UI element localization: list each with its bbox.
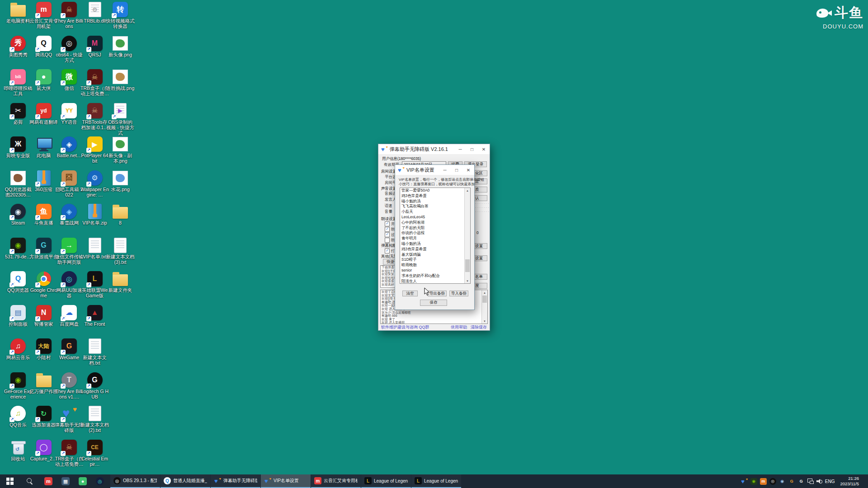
vip-name-row[interactable]: 青年明月 [400,236,470,241]
scroll-up-icon[interactable]: ▲ [482,290,487,295]
vip-close-icon[interactable]: ✕ [462,165,474,175]
desktop-icon[interactable]: 转↗快转视频格式转换器 [108,2,133,29]
vip-name-list[interactable]: 管家—爱缪50A0鸡3色常是希蛋喵小魁的汤飞飞高欢喝白茶小磊天LeoLeoLeo… [400,188,471,284]
desktop-icon[interactable]: 新建文本文档(2).txt [82,406,108,433]
import-backup-button[interactable]: 导入备份 [449,291,468,296]
desktop-icon[interactable]: ↺回收站 [5,440,31,461]
desktop-icon[interactable]: 大陆↗小陆村 [31,338,57,360]
desktop-icon[interactable]: 新建文本文档(3).txt [108,238,133,265]
desktop-icon[interactable]: →↗微信文件传输助手网页版 [57,238,82,265]
vip-name-row[interactable]: 鸡3色常是希蛋 [400,247,470,252]
desktop-icon[interactable]: 新建文本文档.txt [82,338,108,366]
taskbar-clock[interactable]: 21:26 2023/11/5 [837,476,862,487]
save-button[interactable]: 保存 [420,300,447,306]
pinned-shudaxia-button[interactable]: ● [74,474,91,488]
vip-titlebar[interactable]: ♥♥ VIP名单设置 ─ □ ✕ [395,165,474,175]
qq-group-link[interactable]: 软件维护建设与咨询 QQ群 [381,324,429,330]
taskbar-app-lol[interactable]: LLeague of Legends [361,474,411,488]
desktop-icon[interactable]: 新头像 - 副本.png [108,136,133,164]
vip-name-row[interactable]: 管家—爱缪50A0 [400,188,470,193]
desktop-icon[interactable]: YY↗YY语音 [57,103,82,125]
vip-name-row[interactable]: 暗雨晚散 [400,263,470,268]
desktop-icon[interactable]: 此电脑 [31,136,57,158]
vip-name-row[interactable]: 飞飞高欢喝白茶 [400,204,470,209]
desktop-icon[interactable]: m↗云音汇艾肯专用机架 [31,2,57,29]
vip-scroll-up-icon[interactable]: ▲ [465,188,470,193]
desktop-icon[interactable]: M↗QRSJ [82,36,108,57]
desktop-icon[interactable]: N↗智播管家 [31,305,57,327]
close-icon[interactable]: ✕ [478,144,490,154]
minimize-icon[interactable]: ─ [454,144,466,154]
desktop-icon[interactable]: CE↗Celestial Empir… [82,440,108,467]
desktop-icon[interactable]: ☠↗TRB盒子（自动上塔免费… [82,69,108,96]
export-backup-button[interactable]: 导出备份 [428,291,447,296]
tray-danmaku-heart-icon[interactable]: ♥♥ [741,478,748,485]
taskbar-app-yunyinhui[interactable]: m云音汇艾肯专用机架 [311,474,361,488]
desktop-icon[interactable]: 连胜挑战.png [108,69,133,91]
desktop-icon[interactable]: ↗360压缩 [31,170,57,192]
desktop-icon[interactable]: 新建文件夹 [108,271,133,293]
vip-scroll-thumb[interactable] [465,259,470,272]
desktop-icon[interactable]: ⚙↗Wallpaper Engine: … [82,170,108,197]
desktop-icon[interactable]: 秀↗美图秀秀 [5,36,31,57]
desktop-icon[interactable]: ▲↗The Front [82,305,108,327]
vip-maximize-icon[interactable]: □ [451,165,462,175]
vip-name-row[interactable]: 你说的小远报 [400,230,470,236]
vip-name-row[interactable]: 鸡3色常是希蛋 [400,193,470,199]
log-scrollbar[interactable]: ▲ ▼ [481,290,487,324]
desktop-icon[interactable]: 新头像.png [108,36,133,57]
desktop-icon[interactable]: G↗方块游戏平台 [31,238,57,259]
desktop-icon[interactable]: ▶↗PotPlayer 64 bit [82,136,108,164]
vip-name-row[interactable]: 小磊天 [400,209,470,215]
vip-name-row[interactable]: 陌濡生人 [400,279,470,284]
desktop-icon[interactable]: ◉↗GeForce Experience [5,372,31,399]
desktop-icon[interactable]: 鱼↗斗鱼直播 [31,204,57,225]
tray-geforce-icon[interactable]: G [788,478,795,485]
tray-yunyinhui-icon[interactable]: m [760,478,767,485]
language-indicator[interactable]: ENG [825,479,835,484]
vip-name-row[interactable]: LeoLeoLeo45 [400,215,470,220]
desktop-icon[interactable]: bili↗哔哩哔哩投稿工具 [5,69,31,96]
desktop-icon[interactable]: ◈↗Battle.net… [57,136,82,158]
desktop-icon[interactable]: 微↗微信 [57,69,82,91]
desktop-icon[interactable]: QQ浏览器截图202305… [5,170,31,197]
desktop-icon[interactable]: ◎↗网易UU加速器 [57,271,82,298]
desktop-icon[interactable]: ↗Google Chrome [31,271,57,298]
vip-name-row[interactable]: 心中的阿爸湖 [400,220,470,225]
desktop-icon[interactable]: ♫↗QQ音乐 [5,406,31,427]
vip-name-row[interactable]: senior [400,268,470,273]
desktop-icon[interactable]: ♫↗网易云音乐 [5,338,31,360]
desktop-icon[interactable]: Q↗QQ浏览器 [5,271,31,293]
desktop-icon[interactable]: yd↗网易有道翻译 [31,103,57,125]
tray-obs-icon[interactable]: ◎ [769,478,776,485]
desktop-icon[interactable]: ◈↗暴雪战网 [57,204,82,225]
desktop-icon[interactable]: 亿万僵尸作图 [31,372,57,394]
desktop-icon[interactable]: 8 [108,204,133,225]
start-button[interactable] [0,474,20,488]
tray-logitech-g-icon[interactable]: G [798,478,805,485]
taskbar-app-lol[interactable]: LLeague of Legend... [411,474,461,488]
desktop-icon[interactable]: Q↗腾讯QQ [31,36,57,57]
vip-name-row[interactable]: 基大饭鸡骗 [400,252,470,258]
vip-scrollbar[interactable]: ▲ ▼ [464,188,470,283]
pinned-yunyinhui-button[interactable]: m [40,474,57,488]
vip-name-row[interactable]: 了不起的天阳 [400,225,470,231]
desktop-icon[interactable]: Ж↗剪映专业版 [5,136,31,158]
desktop-icon[interactable]: ☠↗TRB盒子（自动上塔免费… [57,440,82,467]
scroll-thumb[interactable] [482,296,487,303]
desktop-icon[interactable]: 囧↗囧吧工具箱 2022 [57,170,82,197]
scroll-down-icon[interactable]: ▼ [482,319,487,324]
speaker-icon[interactable] [816,479,822,484]
desktop-icon[interactable]: 老电脑资料 [5,2,31,23]
vip-name-row[interactable]: S1D橙子 [400,257,470,263]
desktop-icon[interactable]: VIP名单.zip [82,204,108,225]
desktop-icon[interactable]: G↗WeGame [57,338,82,360]
taskbar-app-danmaku-heart[interactable]: ♥♥弹幕助手无障碍版 ... [211,474,260,488]
desktop-icon[interactable]: ♥♥↗弹幕助手无障碍版 [57,406,82,433]
desktop-icon[interactable]: ☠↗They Are Billions [57,2,82,29]
desktop-icon[interactable]: ▤↗控制面板 [5,305,31,327]
taskbar-app-obs[interactable]: ◎OBS 29.1.3 - 配置... [110,474,160,488]
taskbar-app-danmaku-heart[interactable]: ♥♥VIP名单设置 [261,474,311,488]
desktop-icon[interactable]: G↗Logitech G HUB [82,372,108,399]
desktop-icon[interactable]: 水花.png [108,170,133,192]
